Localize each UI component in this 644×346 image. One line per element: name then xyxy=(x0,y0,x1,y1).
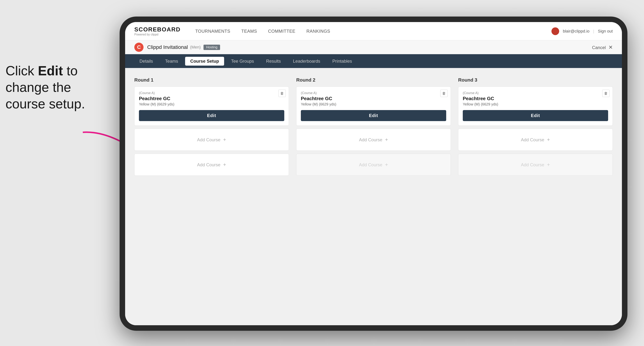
round-3-course-card: 🗑 (Course A) Peachtree GC Yellow (M) (66… xyxy=(458,87,613,126)
round-2-course-name: Peachtree GC xyxy=(301,96,446,101)
round-3-course-name: Peachtree GC xyxy=(463,96,608,101)
edit-bold: Edit xyxy=(38,63,63,78)
round-1-column: Round 1 🗑 (Course A) Peachtree GC Yellow… xyxy=(134,77,289,178)
tournament-gender: (Men) xyxy=(190,45,200,50)
nav-link-rankings[interactable]: RANKINGS xyxy=(306,29,330,34)
sign-out-link[interactable]: Sign out xyxy=(598,29,613,34)
rounds-grid: Round 1 🗑 (Course A) Peachtree GC Yellow… xyxy=(134,77,613,178)
user-avatar xyxy=(552,27,559,35)
round-1-course-label: (Course A) xyxy=(139,91,284,95)
hosting-badge: Hosting xyxy=(204,45,220,50)
round-1-edit-button[interactable]: Edit xyxy=(139,110,284,121)
tablet-shell: SCOREBOARD Powered by clippd TOURNAMENTS… xyxy=(120,16,628,331)
nav-separator: | xyxy=(593,29,594,34)
round-1-course-card: 🗑 (Course A) Peachtree GC Yellow (M) (66… xyxy=(134,87,289,126)
cancel-label: Cancel xyxy=(592,45,606,50)
round-3-add-course-1-label: Add Course + xyxy=(521,137,550,143)
round-2-edit-button[interactable]: Edit xyxy=(301,110,446,121)
top-nav: SCOREBOARD Powered by clippd TOURNAMENTS… xyxy=(125,22,622,40)
plus-icon-4: + xyxy=(385,162,388,168)
plus-icon-5: + xyxy=(547,137,550,142)
round-1-course-details: Yellow (M) (6629 yds) xyxy=(139,102,284,106)
plus-icon: + xyxy=(223,137,226,142)
round-1-delete-button[interactable]: 🗑 xyxy=(278,90,286,97)
cancel-x-icon: ✕ xyxy=(608,44,613,50)
round-3-add-course-1[interactable]: Add Course + xyxy=(458,129,613,151)
trash-icon: 🗑 xyxy=(280,91,284,96)
round-2-add-course-1[interactable]: Add Course + xyxy=(296,129,451,151)
tournament-bar: C Clippd Invitational (Men) Hosting Canc… xyxy=(125,40,622,54)
tab-details[interactable]: Details xyxy=(134,57,158,66)
tab-bar: Details Teams Course Setup Tee Groups Re… xyxy=(125,54,622,68)
round-2-course-details: Yellow (M) (6629 yds) xyxy=(301,102,446,106)
tablet-screen: SCOREBOARD Powered by clippd TOURNAMENTS… xyxy=(125,22,622,325)
round-3-header: Round 3 xyxy=(458,77,613,83)
round-2-add-course-2-label: Add Course + xyxy=(359,162,388,168)
cancel-button[interactable]: Cancel ✕ xyxy=(592,44,613,50)
round-1-add-course-1[interactable]: Add Course + xyxy=(134,129,289,151)
round-1-add-course-2[interactable]: Add Course + xyxy=(134,154,289,176)
round-2-add-course-2: Add Course + xyxy=(296,154,451,176)
round-3-edit-button[interactable]: Edit xyxy=(463,110,608,121)
tab-results[interactable]: Results xyxy=(261,57,286,66)
round-1-course-name: Peachtree GC xyxy=(139,96,284,101)
plus-icon-3: + xyxy=(385,137,388,142)
round-2-course-card: 🗑 (Course A) Peachtree GC Yellow (M) (66… xyxy=(296,87,451,126)
nav-link-committee[interactable]: COMMITTEE xyxy=(268,29,296,34)
trash-icon: 🗑 xyxy=(442,91,446,96)
round-3-add-course-2: Add Course + xyxy=(458,154,613,176)
tournament-name: Clippd Invitational xyxy=(147,44,188,50)
main-content: Round 1 🗑 (Course A) Peachtree GC Yellow… xyxy=(125,68,622,325)
round-1-header: Round 1 xyxy=(134,77,289,83)
round-3-add-course-2-label: Add Course + xyxy=(521,162,550,168)
round-2-course-label: (Course A) xyxy=(301,91,446,95)
instruction-text: Click Edit tochange thecourse setup. xyxy=(6,62,112,112)
tournament-logo-letter: C xyxy=(137,44,141,50)
tab-teams[interactable]: Teams xyxy=(160,57,183,66)
nav-links: TOURNAMENTS TEAMS COMMITTEE RANKINGS xyxy=(195,29,552,34)
round-2-delete-button[interactable]: 🗑 xyxy=(440,90,448,97)
plus-icon-6: + xyxy=(547,162,550,168)
tournament-logo: C xyxy=(134,43,144,52)
logo-main-text: SCOREBOARD xyxy=(134,26,180,33)
logo-sub-text: Powered by clippd xyxy=(134,33,180,36)
app-content: SCOREBOARD Powered by clippd TOURNAMENTS… xyxy=(125,22,622,325)
round-3-course-label: (Course A) xyxy=(463,91,608,95)
scoreboard-logo: SCOREBOARD Powered by clippd xyxy=(134,26,180,36)
nav-link-tournaments[interactable]: TOURNAMENTS xyxy=(195,29,230,34)
round-2-column: Round 2 🗑 (Course A) Peachtree GC Yellow… xyxy=(296,77,451,178)
nav-link-teams[interactable]: TEAMS xyxy=(242,29,257,34)
round-2-header: Round 2 xyxy=(296,77,451,83)
round-1-add-course-1-label: Add Course + xyxy=(197,137,226,143)
tab-tee-groups[interactable]: Tee Groups xyxy=(226,57,259,66)
tab-course-setup[interactable]: Course Setup xyxy=(185,57,224,66)
trash-icon: 🗑 xyxy=(604,91,608,96)
tab-printables[interactable]: Printables xyxy=(327,57,357,66)
round-3-column: Round 3 🗑 (Course A) Peachtree GC Yellow… xyxy=(458,77,613,178)
round-1-add-course-2-label: Add Course + xyxy=(197,162,226,168)
round-2-add-course-1-label: Add Course + xyxy=(359,137,388,143)
nav-right: blair@clippd.io | Sign out xyxy=(552,27,613,35)
plus-icon-2: + xyxy=(223,162,226,168)
user-email: blair@clippd.io xyxy=(563,29,590,34)
round-3-delete-button[interactable]: 🗑 xyxy=(602,90,610,97)
tab-leaderboards[interactable]: Leaderboards xyxy=(288,57,325,66)
round-3-course-details: Yellow (M) (6629 yds) xyxy=(463,102,608,106)
